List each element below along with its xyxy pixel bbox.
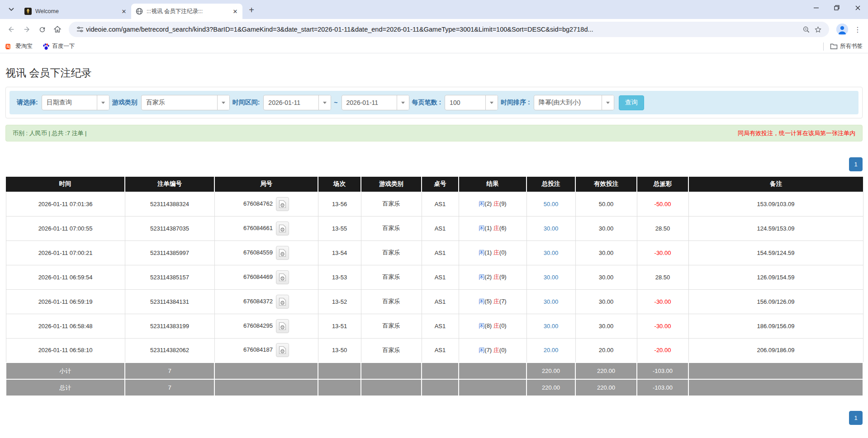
site-settings-icon[interactable] [74,24,86,35]
filter-select-4[interactable]: 100 [445,95,498,110]
cell-round: 676084661 [214,216,318,240]
video-replay-icon[interactable] [276,343,289,357]
column-header: 场次 [318,177,361,192]
tab-close-icon[interactable]: ✕ [232,8,239,15]
chevron-down-icon[interactable] [97,95,109,110]
cell-result: 闲(8) 庄(0) [459,314,526,338]
player-score: (7) [484,347,493,353]
summary-cell [422,379,459,396]
tab-search-chevron-icon[interactable] [5,3,18,16]
browser-menu-icon[interactable]: ⋮ [851,23,864,36]
filter-select-3[interactable]: 2026-01-11 [342,95,409,110]
banker-score: (9) [499,273,507,280]
video-replay-icon[interactable] [276,319,289,333]
chevron-down-icon[interactable] [397,95,409,110]
filter-select-0[interactable]: 日期查询 [42,95,109,110]
cell-bet-id: 523114383199 [125,314,214,338]
chevron-down-icon[interactable] [318,95,331,110]
zoom-icon[interactable] [800,24,812,35]
all-bookmarks-label: 所有书签 [840,42,863,50]
cell-total-bet: 30.00 [526,240,575,265]
player-score: (5) [484,298,493,305]
minimize-icon[interactable] [806,0,826,15]
video-replay-icon[interactable] [276,197,289,211]
cell-table-no: AS1 [422,192,459,216]
pagination-bottom: 1 [5,411,863,425]
restore-icon[interactable] [826,0,847,15]
close-window-icon[interactable] [847,0,868,15]
cell-total-bet: 30.00 [526,289,575,314]
reload-icon[interactable] [34,22,50,37]
player-score: (2) [484,273,493,280]
profile-avatar[interactable] [836,24,848,35]
banker-label: 庄 [493,249,499,256]
cell-session: 13-53 [318,265,361,289]
cell-result: 闲(1) 庄(6) [459,216,526,240]
banker-score: (0) [499,347,507,353]
cell-time: 2026-01-11 06:59:54 [6,265,125,289]
filter-select-5[interactable]: 降幂(由大到小) [534,95,614,110]
filter-select-1[interactable]: 百家乐 [141,95,230,110]
cell-time: 2026-01-11 06:59:19 [6,289,125,314]
player-score: (2) [484,200,493,207]
bookmark-baidu[interactable]: 百度一下 [43,42,75,50]
filter-select-2[interactable]: 2026-01-11 [263,95,331,110]
column-header: 总派彩 [637,177,688,192]
taobao-icon: 淘 [5,43,13,50]
all-bookmarks-button[interactable]: 所有书签 [830,42,863,50]
chevron-down-icon[interactable] [485,95,498,110]
page-1-button[interactable]: 1 [849,411,863,425]
cell-valid-bet: 50.00 [575,192,637,216]
forward-icon[interactable] [19,22,34,37]
cell-payout: -30.00 [637,314,688,338]
chevron-down-icon[interactable] [217,95,229,110]
cell-bet-id: 523114385997 [125,240,214,265]
browser-tab-betrecord[interactable]: :::视讯 会员下注纪录::: ✕ [131,4,242,19]
browser-tab-welcome[interactable]: Welcome ✕ [20,4,131,19]
filter-label-1: 游戏类别 [112,99,138,107]
cell-time: 2026-01-11 07:01:36 [6,192,125,216]
browser-toolbar: videoie.com/game/betrecord_search/kind3?… [0,19,868,40]
column-header: 桌号 [422,177,459,192]
bookmark-star-icon[interactable] [812,24,824,35]
column-header: 结果 [459,177,526,192]
cell-bet-id: 523114387035 [125,216,214,240]
bookmark-aitaobao[interactable]: 淘 爱淘宝 [5,42,33,50]
home-icon[interactable] [50,22,65,37]
summary-cell [361,363,422,379]
video-replay-icon[interactable] [276,270,289,284]
chevron-down-icon[interactable] [602,95,614,110]
cell-session: 13-50 [318,338,361,363]
video-replay-icon[interactable] [276,221,289,235]
query-button[interactable]: 查询 [619,95,644,110]
new-tab-icon[interactable]: + [245,4,258,16]
column-header: 有效投注 [575,177,637,192]
cell-payout: -50.00 [637,192,688,216]
video-replay-icon[interactable] [276,295,289,309]
cell-session: 13-51 [318,314,361,338]
summary-cell [361,379,422,396]
cell-table-no: AS1 [422,216,459,240]
url-text[interactable]: videoie.com/game/betrecord_search/kind3?… [86,26,800,33]
banker-score: (0) [499,322,507,329]
cell-bet-id: 523114384131 [125,289,214,314]
cell-time: 2026-01-11 06:58:48 [6,314,125,338]
banker-label: 庄 [493,273,499,280]
cell-remark: 124.59/153.09 [688,216,863,240]
player-label: 闲 [479,322,484,329]
banker-label: 庄 [493,200,499,207]
back-icon[interactable] [4,22,19,37]
column-header: 注单编号 [125,177,214,192]
tab-close-icon[interactable]: ✕ [120,8,128,15]
video-replay-icon[interactable] [276,246,289,260]
cell-table-no: AS1 [422,338,459,363]
bookmark-label: 百度一下 [52,42,75,50]
table-row: 2026-01-11 06:58:10523114382062676084187… [6,338,863,363]
page-1-button[interactable]: 1 [849,157,863,171]
summary-info-bar: 币别 : 人民币 | 总共 :7 注单 | 同局有效投注，统一计算在该局第一张注… [5,125,863,141]
browser-tab-strip: Welcome ✕ :::视讯 会员下注纪录::: ✕ + [0,0,868,19]
url-bar[interactable]: videoie.com/game/betrecord_search/kind3?… [69,22,829,37]
summary-cell [459,363,526,379]
tab-title: :::视讯 会员下注纪录::: [147,8,232,15]
column-header: 游戏类别 [361,177,422,192]
